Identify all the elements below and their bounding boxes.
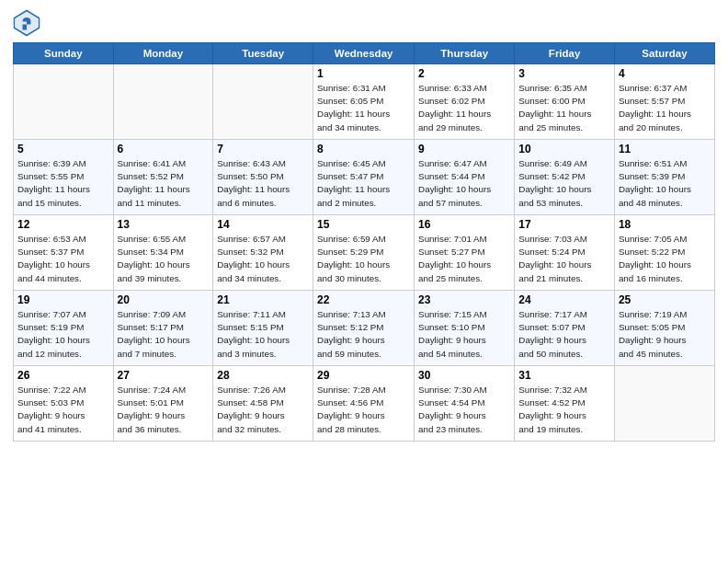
day-number: 17 <box>518 218 610 231</box>
day-info: Sunrise: 6:43 AM Sunset: 5:50 PM Dayligh… <box>217 157 309 210</box>
calendar-cell: 14Sunrise: 6:57 AM Sunset: 5:32 PM Dayli… <box>213 215 313 291</box>
weekday-header-cell: Monday <box>113 43 213 64</box>
day-number: 12 <box>17 218 109 231</box>
day-info: Sunrise: 7:28 AM Sunset: 4:56 PM Dayligh… <box>317 384 410 436</box>
calendar-cell: 30Sunrise: 7:30 AM Sunset: 4:54 PM Dayli… <box>415 366 515 442</box>
day-info: Sunrise: 6:55 AM Sunset: 5:34 PM Dayligh… <box>118 233 210 285</box>
day-number: 25 <box>619 293 711 306</box>
calendar-cell: 3Sunrise: 6:35 AM Sunset: 6:00 PM Daylig… <box>515 64 615 140</box>
calendar-cell: 25Sunrise: 7:19 AM Sunset: 5:05 PM Dayli… <box>614 291 714 366</box>
day-info: Sunrise: 6:31 AM Sunset: 6:05 PM Dayligh… <box>317 82 410 134</box>
day-info: Sunrise: 7:13 AM Sunset: 5:12 PM Dayligh… <box>317 308 410 361</box>
calendar-cell: 13Sunrise: 6:55 AM Sunset: 5:34 PM Dayli… <box>113 215 213 291</box>
day-info: Sunrise: 6:37 AM Sunset: 5:57 PM Dayligh… <box>619 82 711 134</box>
day-info: Sunrise: 7:05 AM Sunset: 5:22 PM Dayligh… <box>619 233 711 285</box>
day-number: 31 <box>518 369 610 382</box>
day-info: Sunrise: 6:41 AM Sunset: 5:52 PM Dayligh… <box>118 157 210 210</box>
day-number: 30 <box>418 369 510 382</box>
calendar-cell: 10Sunrise: 6:49 AM Sunset: 5:42 PM Dayli… <box>515 140 615 215</box>
day-number: 24 <box>518 293 610 306</box>
calendar-cell: 23Sunrise: 7:15 AM Sunset: 5:10 PM Dayli… <box>415 291 515 366</box>
day-number: 28 <box>217 369 309 382</box>
day-number: 26 <box>17 369 109 382</box>
day-info: Sunrise: 7:09 AM Sunset: 5:17 PM Dayligh… <box>118 308 210 361</box>
day-info: Sunrise: 6:47 AM Sunset: 5:44 PM Dayligh… <box>418 157 510 210</box>
day-info: Sunrise: 7:19 AM Sunset: 5:05 PM Dayligh… <box>619 308 711 361</box>
day-number: 11 <box>619 143 711 155</box>
calendar-cell: 9Sunrise: 6:47 AM Sunset: 5:44 PM Daylig… <box>415 140 515 215</box>
calendar-week-row: 12Sunrise: 6:53 AM Sunset: 5:37 PM Dayli… <box>14 215 715 291</box>
day-number: 10 <box>518 143 610 155</box>
day-info: Sunrise: 7:07 AM Sunset: 5:19 PM Dayligh… <box>17 308 109 361</box>
calendar-cell: 16Sunrise: 7:01 AM Sunset: 5:27 PM Dayli… <box>415 215 515 291</box>
day-info: Sunrise: 7:17 AM Sunset: 5:07 PM Dayligh… <box>518 308 610 361</box>
header-row <box>13 9 715 37</box>
calendar-cell: 6Sunrise: 6:41 AM Sunset: 5:52 PM Daylig… <box>113 140 213 215</box>
calendar-container: SundayMondayTuesdayWednesdayThursdayFrid… <box>0 0 728 447</box>
weekday-header-cell: Saturday <box>614 43 714 64</box>
calendar-cell: 12Sunrise: 6:53 AM Sunset: 5:37 PM Dayli… <box>14 215 114 291</box>
calendar-cell: 31Sunrise: 7:32 AM Sunset: 4:52 PM Dayli… <box>515 366 615 442</box>
calendar-cell <box>213 64 313 140</box>
day-info: Sunrise: 6:49 AM Sunset: 5:42 PM Dayligh… <box>518 157 610 210</box>
day-info: Sunrise: 7:15 AM Sunset: 5:10 PM Dayligh… <box>418 308 510 361</box>
day-info: Sunrise: 7:11 AM Sunset: 5:15 PM Dayligh… <box>217 308 309 361</box>
day-number: 16 <box>418 218 510 231</box>
calendar-cell: 29Sunrise: 7:28 AM Sunset: 4:56 PM Dayli… <box>313 366 415 442</box>
day-number: 15 <box>317 218 410 231</box>
day-info: Sunrise: 7:26 AM Sunset: 4:58 PM Dayligh… <box>217 384 309 436</box>
day-info: Sunrise: 6:45 AM Sunset: 5:47 PM Dayligh… <box>317 157 410 210</box>
calendar-week-row: 26Sunrise: 7:22 AM Sunset: 5:03 PM Dayli… <box>14 366 715 442</box>
day-number: 23 <box>418 293 510 306</box>
calendar-table: SundayMondayTuesdayWednesdayThursdayFrid… <box>13 42 715 442</box>
calendar-cell <box>614 366 714 442</box>
calendar-cell: 2Sunrise: 6:33 AM Sunset: 6:02 PM Daylig… <box>415 64 515 140</box>
calendar-cell: 5Sunrise: 6:39 AM Sunset: 5:55 PM Daylig… <box>14 140 114 215</box>
day-number: 1 <box>317 67 410 80</box>
day-info: Sunrise: 7:03 AM Sunset: 5:24 PM Dayligh… <box>518 233 610 285</box>
calendar-cell <box>14 64 114 140</box>
calendar-cell: 11Sunrise: 6:51 AM Sunset: 5:39 PM Dayli… <box>614 140 714 215</box>
calendar-week-row: 5Sunrise: 6:39 AM Sunset: 5:55 PM Daylig… <box>14 140 715 215</box>
day-info: Sunrise: 6:35 AM Sunset: 6:00 PM Dayligh… <box>518 82 610 134</box>
calendar-cell: 22Sunrise: 7:13 AM Sunset: 5:12 PM Dayli… <box>313 291 415 366</box>
calendar-cell: 28Sunrise: 7:26 AM Sunset: 4:58 PM Dayli… <box>213 366 313 442</box>
calendar-cell: 24Sunrise: 7:17 AM Sunset: 5:07 PM Dayli… <box>515 291 615 366</box>
day-number: 13 <box>118 218 210 231</box>
calendar-cell: 17Sunrise: 7:03 AM Sunset: 5:24 PM Dayli… <box>515 215 615 291</box>
day-info: Sunrise: 7:22 AM Sunset: 5:03 PM Dayligh… <box>17 384 109 436</box>
weekday-header-cell: Tuesday <box>213 43 313 64</box>
calendar-cell: 4Sunrise: 6:37 AM Sunset: 5:57 PM Daylig… <box>614 64 714 140</box>
day-info: Sunrise: 6:53 AM Sunset: 5:37 PM Dayligh… <box>17 233 109 285</box>
day-info: Sunrise: 7:01 AM Sunset: 5:27 PM Dayligh… <box>418 233 510 285</box>
day-number: 22 <box>317 293 410 306</box>
day-info: Sunrise: 7:24 AM Sunset: 5:01 PM Dayligh… <box>118 384 210 436</box>
calendar-cell <box>113 64 213 140</box>
weekday-header-cell: Sunday <box>14 43 114 64</box>
day-number: 3 <box>518 67 610 80</box>
calendar-cell: 19Sunrise: 7:07 AM Sunset: 5:19 PM Dayli… <box>14 291 114 366</box>
day-number: 20 <box>118 293 210 306</box>
calendar-cell: 20Sunrise: 7:09 AM Sunset: 5:17 PM Dayli… <box>113 291 213 366</box>
weekday-header-cell: Friday <box>515 43 615 64</box>
calendar-week-row: 1Sunrise: 6:31 AM Sunset: 6:05 PM Daylig… <box>14 64 715 140</box>
calendar-cell: 18Sunrise: 7:05 AM Sunset: 5:22 PM Dayli… <box>614 215 714 291</box>
day-number: 18 <box>619 218 711 231</box>
day-number: 6 <box>118 143 210 155</box>
day-info: Sunrise: 7:32 AM Sunset: 4:52 PM Dayligh… <box>518 384 610 436</box>
calendar-cell: 21Sunrise: 7:11 AM Sunset: 5:15 PM Dayli… <box>213 291 313 366</box>
day-info: Sunrise: 6:39 AM Sunset: 5:55 PM Dayligh… <box>17 157 109 210</box>
day-number: 21 <box>217 293 309 306</box>
day-info: Sunrise: 6:59 AM Sunset: 5:29 PM Dayligh… <box>317 233 410 285</box>
day-number: 9 <box>418 143 510 155</box>
day-info: Sunrise: 6:57 AM Sunset: 5:32 PM Dayligh… <box>217 233 309 285</box>
calendar-body: 1Sunrise: 6:31 AM Sunset: 6:05 PM Daylig… <box>14 64 715 442</box>
weekday-header-cell: Thursday <box>415 43 515 64</box>
day-number: 2 <box>418 67 510 80</box>
day-number: 29 <box>317 369 410 382</box>
svg-rect-2 <box>23 25 28 30</box>
day-number: 4 <box>619 67 711 80</box>
day-number: 19 <box>17 293 109 306</box>
day-info: Sunrise: 6:51 AM Sunset: 5:39 PM Dayligh… <box>619 157 711 210</box>
day-number: 5 <box>17 143 109 155</box>
